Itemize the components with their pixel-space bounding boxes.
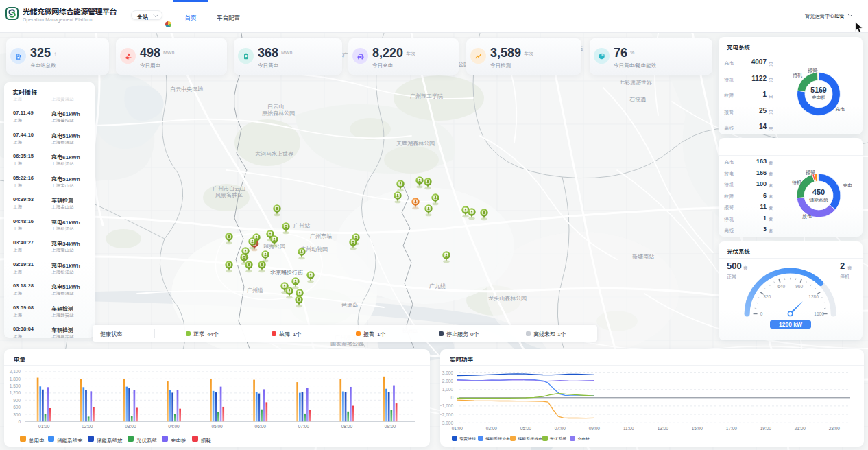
svg-text:新塘南站: 新塘南站 — [632, 252, 654, 260]
svg-text:1,000: 1,000 — [442, 387, 454, 392]
svg-text:2,100: 2,100 — [10, 369, 21, 374]
svg-text:06:00: 06:00 — [255, 424, 267, 429]
svg-text:待机: 待机 — [792, 179, 801, 186]
svg-text:琶洲岛: 琶洲岛 — [341, 300, 358, 308]
svg-text:石快通: 石快通 — [629, 95, 646, 103]
svg-text:报警: 报警 — [806, 169, 815, 176]
svg-text:0: 0 — [760, 311, 763, 316]
svg-text:13:00: 13:00 — [658, 426, 669, 431]
svg-text:−3,000: −3,000 — [440, 421, 453, 425]
svg-text:03:00: 03:00 — [486, 426, 498, 431]
svg-text:放电: 放电 — [802, 213, 812, 220]
svg-text:320: 320 — [763, 294, 771, 299]
svg-text:960: 960 — [795, 284, 803, 289]
svg-text:0: 0 — [450, 395, 453, 400]
svg-text:广九线: 广九线 — [429, 282, 446, 289]
svg-text:23:00: 23:00 — [829, 426, 841, 431]
svg-text:09:00: 09:00 — [385, 424, 396, 429]
svg-text:储能系统: 储能系统 — [809, 196, 828, 203]
svg-text:报警: 报警 — [808, 67, 817, 73]
svg-text:11:00: 11:00 — [623, 426, 634, 431]
svg-text:05:00: 05:00 — [211, 424, 223, 429]
svg-text:大河马水上世界: 大河马水上世界 — [255, 150, 293, 157]
svg-text:北京路步行街: 北京路步行街 — [270, 268, 303, 276]
svg-text:03:00: 03:00 — [125, 424, 136, 429]
svg-text:19:00: 19:00 — [760, 426, 772, 431]
svg-text:21:00: 21:00 — [795, 426, 806, 431]
svg-text:广州站: 广州站 — [293, 222, 310, 229]
svg-text:01:00: 01:00 — [38, 424, 50, 429]
svg-text:−1,000: −1,000 — [440, 403, 453, 408]
svg-text:08:00: 08:00 — [341, 424, 353, 429]
svg-text:07:00: 07:00 — [555, 426, 566, 431]
svg-text:0: 0 — [18, 419, 21, 424]
svg-text:1,200: 1,200 — [10, 390, 21, 395]
svg-text:龙头山森林公园: 龙头山森林公园 — [488, 294, 527, 302]
svg-text:广州东站: 广州东站 — [310, 232, 332, 239]
svg-text:1,800: 1,800 — [10, 377, 21, 381]
svg-text:1,500: 1,500 — [10, 383, 21, 388]
svg-text:09:00: 09:00 — [589, 426, 601, 431]
svg-text:白云中央湿地: 白云中央湿地 — [170, 85, 203, 93]
svg-text:900: 900 — [13, 398, 21, 403]
svg-text:广州道: 广州道 — [247, 286, 263, 294]
svg-text:七彩潇游世界: 七彩潇游世界 — [619, 78, 652, 86]
svg-text:充电枪: 充电枪 — [812, 94, 826, 101]
svg-text:07:00: 07:00 — [298, 424, 310, 429]
svg-text:05:00: 05:00 — [520, 426, 532, 431]
svg-text:5169: 5169 — [810, 86, 827, 94]
svg-text:3,000: 3,000 — [442, 370, 454, 375]
svg-text:充电: 充电 — [835, 106, 845, 113]
svg-text:600: 600 — [13, 405, 21, 410]
svg-text:15:00: 15:00 — [692, 426, 703, 431]
svg-text:450: 450 — [812, 188, 825, 196]
svg-text:04:00: 04:00 — [168, 424, 180, 429]
svg-text:天鹿湖森林公园: 天鹿湖森林公园 — [396, 139, 435, 147]
svg-text:300: 300 — [13, 412, 21, 417]
svg-text:原始森林公园: 原始森林公园 — [262, 109, 295, 117]
svg-text:广州理工学院: 广州理工学院 — [410, 92, 443, 99]
svg-text:1600: 1600 — [814, 311, 824, 316]
svg-text:17:00: 17:00 — [726, 426, 738, 431]
svg-text:待机: 待机 — [793, 71, 802, 78]
svg-text:640: 640 — [777, 284, 785, 289]
svg-text:01:00: 01:00 — [452, 426, 463, 431]
svg-text:2,000: 2,000 — [442, 379, 454, 383]
svg-text:风景名胜区: 风景名胜区 — [215, 191, 243, 198]
svg-text:−2,000: −2,000 — [440, 412, 453, 417]
svg-text:1280: 1280 — [808, 294, 819, 299]
svg-text:充电: 充电 — [843, 182, 852, 189]
svg-text:02:00: 02:00 — [82, 424, 93, 429]
